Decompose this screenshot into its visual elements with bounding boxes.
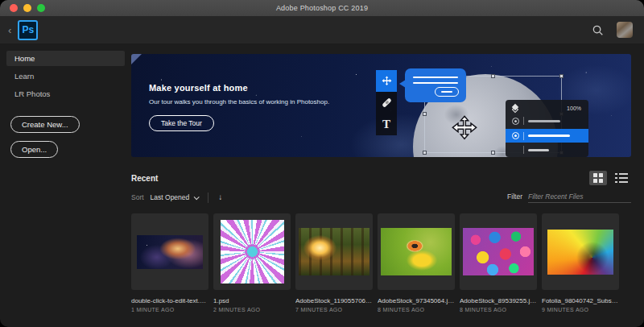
content-area: T 100% [131,43,644,327]
healing-brush-tool-icon [376,92,397,114]
file-card[interactable] [378,213,455,290]
recent-file-item: 1.psd 2 MINUTES AGO [213,213,291,313]
file-card[interactable] [460,213,537,290]
sidebar-item-learn[interactable]: Learn [6,68,125,84]
divider [208,192,208,203]
mini-toolbar: T [376,70,397,135]
file-card[interactable] [295,213,373,290]
file-name: double-click-to-edit-text.png [131,297,208,304]
back-chevron-icon[interactable]: ‹ [8,25,11,35]
layer-visibility-eye-icon [512,118,519,125]
take-the-tour-button[interactable]: Take the Tour [149,115,214,131]
recent-file-item: AdobeStock_119055706.jpeg 7 MINUTES AGO [295,213,373,313]
banner-subtitle: Our tour walks you through the basics of… [149,98,329,106]
sidebar-item-lr-photos[interactable]: LR Photos [6,86,125,101]
grid-view-icon[interactable] [589,171,607,185]
file-name: AdobeStock_97345064.jpeg [378,297,455,304]
file-card[interactable] [542,213,619,290]
sort-label: Sort [131,193,144,201]
minimize-window-button[interactable] [23,4,31,12]
tour-banner: T 100% [131,54,631,157]
opacity-value: 100% [567,106,581,111]
sidebar-item-home[interactable]: Home [6,51,125,66]
layers-icon [513,105,518,112]
file-time: 2 MINUTES AGO [213,307,291,313]
recent-file-item: Fotolia_98040742_Subscripti… 9 MINUTES A… [542,213,619,313]
file-name: AdobeStock_89539255.jpeg [460,297,537,304]
bubble-text-line [413,77,458,78]
file-card[interactable] [213,213,291,290]
file-thumbnail [547,230,613,275]
window-controls [10,4,45,12]
user-avatar[interactable] [617,22,633,38]
filter-input[interactable] [528,192,631,203]
selection-handle [559,74,564,78]
recent-section-title: Recent [131,174,158,183]
selection-handle [491,74,495,78]
app-header-bar: ‹ Ps [0,16,644,43]
file-time: 7 MINUTES AGO [295,307,373,313]
file-time: 9 MINUTES AGO [542,307,619,313]
file-time: 8 MINUTES AGO [378,307,455,313]
chevron-down-icon [194,194,200,200]
bubble-button-outline [435,87,459,97]
type-tool-icon: T [376,114,397,135]
banner-title: Make yourself at home [149,83,329,93]
file-card[interactable] [131,213,208,290]
filter-label: Filter [507,192,522,201]
move-cursor-icon [452,115,477,144]
titlebar: Adobe Photoshop CC 2019 [0,0,644,16]
file-name: 1.psd [213,297,291,304]
main-area: Home Learn LR Photos Create New... Open.… [0,43,644,327]
file-thumbnail [463,228,534,275]
photoshop-logo[interactable]: Ps [18,20,38,40]
window-title: Adobe Photoshop CC 2019 [276,4,368,12]
selection-handle [491,151,495,155]
move-tool-icon [376,70,397,92]
tooltip-bubble [405,68,466,102]
file-thumbnail [137,235,203,269]
create-new-button[interactable]: Create New... [10,116,80,133]
selection-handle [423,112,427,116]
file-thumbnail [299,228,369,275]
recent-file-item: double-click-to-edit-text.png 1 MINUTE A… [131,213,208,313]
layers-panel-illustration: 100% [506,100,588,157]
list-view-icon[interactable] [615,171,631,185]
photoshop-home-window: Adobe Photoshop CC 2019 ‹ Ps Home Learn … [0,0,644,327]
open-button[interactable]: Open... [10,141,58,158]
recent-file-item: AdobeStock_89539255.jpeg 8 MINUTES AGO [460,213,537,313]
file-name: Fotolia_98040742_Subscripti… [542,297,619,304]
close-window-button[interactable] [10,4,18,12]
file-thumbnail [221,220,284,284]
layer-visibility-eye-icon [512,132,519,139]
file-time: 8 MINUTES AGO [460,307,537,313]
recent-files-grid: double-click-to-edit-text.png 1 MINUTE A… [131,213,631,313]
zoom-window-button[interactable] [37,4,45,12]
sort-direction-icon[interactable]: ↓ [218,193,222,201]
search-icon[interactable] [592,24,604,36]
recent-file-item: AdobeStock_97345064.jpeg 8 MINUTES AGO [378,213,455,313]
bubble-text-line [413,82,458,84]
selected-layer-row [506,129,588,143]
file-thumbnail [381,228,452,275]
file-time: 1 MINUTE AGO [131,307,208,313]
selection-handle [423,151,427,155]
sort-dropdown[interactable]: Last Opened [151,193,199,201]
sidebar: Home Learn LR Photos Create New... Open.… [0,43,131,327]
file-name: AdobeStock_119055706.jpeg [295,297,373,304]
